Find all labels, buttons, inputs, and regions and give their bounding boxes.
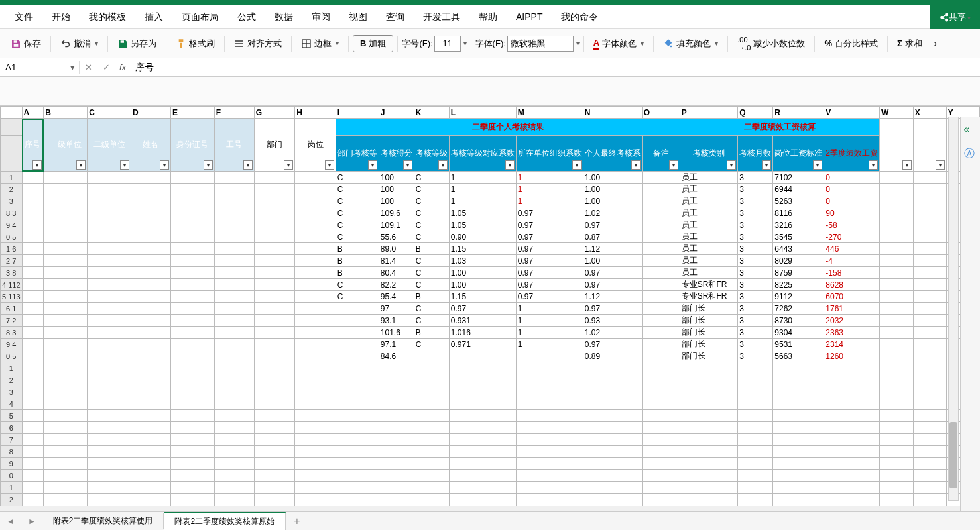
cell-J[interactable] (379, 482, 414, 494)
cell-P[interactable] (680, 362, 738, 374)
cell-N[interactable]: 0.97 (583, 267, 642, 279)
cell-F[interactable] (214, 231, 254, 243)
cell-D[interactable] (131, 410, 170, 422)
cell-Q[interactable]: 3 (738, 172, 773, 184)
cell-H[interactable] (295, 303, 336, 315)
cell-N[interactable] (583, 374, 642, 386)
cell-D[interactable] (131, 219, 170, 231)
cell-C[interactable] (88, 339, 131, 350)
cell-L[interactable]: 1.00 (449, 279, 516, 291)
cell-V[interactable] (824, 434, 880, 446)
col-header-M[interactable]: M (516, 107, 583, 119)
menu-9[interactable]: 查询 (377, 7, 414, 27)
row-header[interactable]: 6 (1, 422, 23, 434)
cell-Q[interactable]: 3 (738, 219, 773, 231)
cell-E[interactable] (170, 434, 214, 446)
cell-M[interactable]: 1 (516, 315, 583, 327)
cell-J[interactable] (379, 470, 414, 482)
menu-8[interactable]: 视图 (339, 7, 377, 27)
cell-F[interactable] (214, 446, 254, 458)
cell-R[interactable]: 3216 (773, 219, 824, 231)
cell-G[interactable] (254, 362, 295, 374)
cell-W[interactable] (879, 410, 913, 422)
filter-icon[interactable]: ▾ (869, 160, 878, 170)
cell-C[interactable] (88, 219, 131, 231)
cell-X[interactable] (913, 422, 946, 434)
cell-A[interactable] (22, 398, 44, 410)
cell-K[interactable]: C (414, 195, 449, 207)
cell-Q[interactable]: 3 (738, 231, 773, 243)
cell-L[interactable]: 1.05 (449, 207, 516, 219)
cell-Q[interactable] (738, 505, 773, 507)
format-painter-button[interactable]: 格式刷 (170, 35, 220, 52)
cell-M[interactable]: 1 (516, 327, 583, 339)
cell-G[interactable] (254, 398, 295, 410)
cell-M[interactable]: 1 (516, 339, 583, 350)
cell-R[interactable]: 8225 (773, 279, 824, 291)
header-4[interactable]: 身份证号▾ (170, 119, 214, 172)
cell-N[interactable]: 1.00 (583, 255, 642, 267)
col-header-E[interactable]: E (170, 107, 214, 119)
cell-P[interactable]: 员工 (680, 195, 738, 207)
cell-Q[interactable] (738, 494, 773, 505)
row-header[interactable]: 1 6 (1, 243, 23, 255)
cell-R[interactable]: 5663 (773, 350, 824, 362)
cell-B[interactable] (44, 446, 88, 458)
scrollbar-thumb[interactable] (949, 422, 957, 488)
cell-B[interactable] (44, 422, 88, 434)
cell-I[interactable] (336, 410, 379, 422)
decrease-decimal-button[interactable]: .00→.0 减少小数位数 (732, 33, 810, 54)
cell-K[interactable]: C (414, 339, 449, 350)
cell-Q[interactable]: 3 (738, 195, 773, 207)
cell-W[interactable] (879, 482, 913, 494)
cell-F[interactable] (214, 172, 254, 184)
cell-R[interactable] (773, 434, 824, 446)
cell-I[interactable] (336, 303, 379, 315)
cell-F[interactable] (214, 398, 254, 410)
cell-L[interactable] (449, 410, 516, 422)
sheet-tab-1[interactable]: 附表2二季度绩效奖核算使用 (42, 513, 164, 529)
cell-X[interactable] (913, 362, 946, 374)
cell-D[interactable] (131, 279, 170, 291)
row-header[interactable]: 9 4 (1, 219, 23, 231)
cell-J[interactable] (379, 398, 414, 410)
col-header-X[interactable]: X (913, 107, 946, 119)
cell-I[interactable]: C (336, 219, 379, 231)
cell-O[interactable] (642, 434, 680, 446)
confirm-formula-button[interactable]: ✓ (97, 62, 115, 72)
cell-E[interactable] (170, 350, 214, 362)
cell-V[interactable]: 90 (824, 207, 880, 219)
cell-A[interactable] (22, 374, 44, 386)
cell-F[interactable] (214, 219, 254, 231)
cell-Q[interactable] (738, 374, 773, 386)
cell-B[interactable] (44, 362, 88, 374)
cell-R[interactable]: 8759 (773, 267, 824, 279)
filter-icon[interactable]: ▾ (813, 160, 822, 170)
cell-G[interactable] (254, 434, 295, 446)
filter-icon[interactable]: ▾ (936, 160, 945, 170)
cell-N[interactable] (583, 446, 642, 458)
cell-N[interactable] (583, 398, 642, 410)
cell-P[interactable] (680, 446, 738, 458)
cell-V[interactable]: 1260 (824, 350, 880, 362)
cell-A[interactable] (22, 434, 44, 446)
cell-A[interactable] (22, 446, 44, 458)
cell-P[interactable]: 部门长 (680, 339, 738, 350)
cell-C[interactable] (88, 303, 131, 315)
cell-Q[interactable]: 3 (738, 279, 773, 291)
cell-M[interactable] (516, 374, 583, 386)
cell-G[interactable] (254, 291, 295, 303)
cell-I[interactable] (336, 470, 379, 482)
cell-N[interactable]: 0.93 (583, 315, 642, 327)
cell-G[interactable] (254, 184, 295, 195)
cell-D[interactable] (131, 386, 170, 398)
cell-N[interactable]: 1.12 (583, 291, 642, 303)
row-header[interactable]: 1 (1, 505, 23, 507)
cell-H[interactable] (295, 207, 336, 219)
col-header-V[interactable]: V (824, 107, 880, 119)
row-header[interactable]: 3 8 (1, 267, 23, 279)
filter-icon[interactable]: ▾ (762, 160, 771, 170)
row-header[interactable]: 0 (1, 470, 23, 482)
menu-10[interactable]: 开发工具 (414, 7, 469, 27)
col-header-P[interactable]: P (680, 107, 738, 119)
